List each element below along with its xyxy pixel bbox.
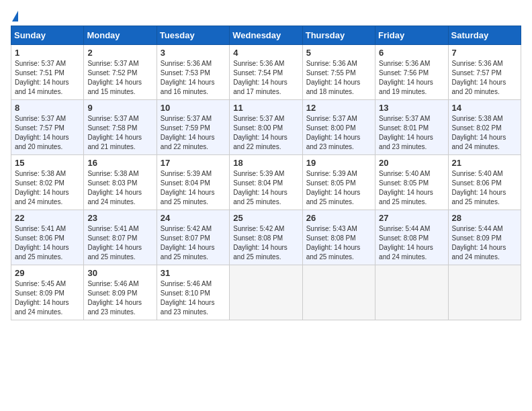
- calendar-header-row: SundayMondayTuesdayWednesdayThursdayFrid…: [11, 26, 521, 45]
- day-info: Sunrise: 5:40 AM Sunset: 8:05 PM Dayligh…: [379, 169, 444, 207]
- calendar-week-row: 1 Sunrise: 5:37 AM Sunset: 7:51 PM Dayli…: [11, 45, 521, 100]
- calendar-cell: 23 Sunrise: 5:41 AM Sunset: 8:07 PM Dayl…: [84, 210, 157, 265]
- daylight-label: Daylight: 14 hours and 22 minutes.: [161, 134, 215, 150]
- daylight-label: Daylight: 14 hours and 25 minutes.: [379, 189, 433, 205]
- sunset-label: Sunset: 7:57 PM: [452, 69, 502, 77]
- calendar-header-sunday: Sunday: [11, 26, 84, 45]
- daylight-label: Daylight: 14 hours and 24 minutes.: [15, 299, 69, 316]
- sunrise-label: Sunrise: 5:39 AM: [161, 170, 212, 177]
- sunset-label: Sunset: 7:53 PM: [161, 69, 210, 77]
- daylight-label: Daylight: 14 hours and 25 minutes.: [452, 189, 506, 205]
- day-number: 9: [87, 103, 152, 113]
- sunset-label: Sunset: 8:06 PM: [452, 179, 502, 187]
- day-number: 21: [452, 158, 517, 168]
- day-info: Sunrise: 5:38 AM Sunset: 8:03 PM Dayligh…: [87, 169, 152, 207]
- calendar-header-tuesday: Tuesday: [157, 26, 229, 45]
- sunrise-label: Sunrise: 5:37 AM: [15, 60, 66, 67]
- calendar-cell: 26 Sunrise: 5:43 AM Sunset: 8:08 PM Dayl…: [302, 210, 375, 265]
- daylight-label: Daylight: 14 hours and 24 minutes.: [87, 189, 142, 205]
- calendar-table: SundayMondayTuesdayWednesdayThursdayFrid…: [11, 26, 521, 320]
- day-info: Sunrise: 5:46 AM Sunset: 8:10 PM Dayligh…: [161, 279, 226, 317]
- day-info: Sunrise: 5:37 AM Sunset: 8:00 PM Dayligh…: [306, 114, 371, 152]
- daylight-label: Daylight: 14 hours and 16 minutes.: [161, 79, 215, 95]
- day-number: 2: [87, 48, 152, 58]
- day-info: Sunrise: 5:37 AM Sunset: 7:59 PM Dayligh…: [161, 114, 226, 152]
- calendar-cell: 22 Sunrise: 5:41 AM Sunset: 8:06 PM Dayl…: [11, 210, 84, 265]
- day-info: Sunrise: 5:36 AM Sunset: 7:54 PM Dayligh…: [233, 59, 298, 97]
- sunset-label: Sunset: 8:02 PM: [15, 179, 64, 187]
- day-number: 7: [452, 48, 517, 58]
- daylight-label: Daylight: 14 hours and 17 minutes.: [233, 79, 287, 95]
- sunrise-label: Sunrise: 5:37 AM: [379, 115, 430, 122]
- daylight-label: Daylight: 14 hours and 25 minutes.: [161, 244, 215, 261]
- calendar-cell: 1 Sunrise: 5:37 AM Sunset: 7:51 PM Dayli…: [11, 45, 84, 100]
- day-info: Sunrise: 5:42 AM Sunset: 8:08 PM Dayligh…: [233, 224, 298, 262]
- calendar-cell: 14 Sunrise: 5:38 AM Sunset: 8:02 PM Dayl…: [448, 100, 521, 155]
- calendar-cell: 16 Sunrise: 5:38 AM Sunset: 8:03 PM Dayl…: [84, 155, 157, 210]
- sunrise-label: Sunrise: 5:38 AM: [87, 170, 138, 177]
- day-info: Sunrise: 5:42 AM Sunset: 8:07 PM Dayligh…: [161, 224, 226, 262]
- calendar-cell: 20 Sunrise: 5:40 AM Sunset: 8:05 PM Dayl…: [375, 155, 448, 210]
- day-number: 22: [15, 213, 80, 223]
- day-number: 5: [306, 48, 371, 58]
- sunrise-label: Sunrise: 5:42 AM: [161, 225, 212, 232]
- sunset-label: Sunset: 8:00 PM: [306, 124, 356, 132]
- calendar-cell: 21 Sunrise: 5:40 AM Sunset: 8:06 PM Dayl…: [448, 155, 521, 210]
- day-info: Sunrise: 5:41 AM Sunset: 8:06 PM Dayligh…: [15, 224, 80, 262]
- calendar-cell: 3 Sunrise: 5:36 AM Sunset: 7:53 PM Dayli…: [157, 45, 229, 100]
- sunrise-label: Sunrise: 5:39 AM: [306, 170, 357, 177]
- calendar-header-monday: Monday: [84, 26, 157, 45]
- calendar-header-saturday: Saturday: [448, 26, 521, 45]
- day-number: 6: [379, 48, 444, 58]
- day-number: 30: [87, 268, 152, 278]
- sunset-label: Sunset: 8:01 PM: [379, 124, 429, 132]
- day-info: Sunrise: 5:36 AM Sunset: 7:56 PM Dayligh…: [379, 59, 444, 97]
- sunset-label: Sunset: 8:09 PM: [15, 289, 64, 297]
- sunrise-label: Sunrise: 5:37 AM: [306, 115, 357, 122]
- logo-triangle-icon: [12, 11, 18, 21]
- calendar-cell: [375, 265, 448, 320]
- daylight-label: Daylight: 14 hours and 23 minutes.: [87, 299, 142, 316]
- sunrise-label: Sunrise: 5:37 AM: [233, 115, 284, 122]
- calendar-header-thursday: Thursday: [302, 26, 375, 45]
- sunset-label: Sunset: 7:55 PM: [306, 69, 356, 77]
- daylight-label: Daylight: 14 hours and 15 minutes.: [87, 79, 142, 95]
- sunset-label: Sunset: 8:00 PM: [233, 124, 283, 132]
- calendar-cell: 11 Sunrise: 5:37 AM Sunset: 8:00 PM Dayl…: [230, 100, 302, 155]
- sunset-label: Sunset: 8:02 PM: [452, 124, 502, 132]
- sunset-label: Sunset: 7:58 PM: [87, 124, 137, 132]
- sunset-label: Sunset: 8:10 PM: [161, 289, 210, 297]
- sunrise-label: Sunrise: 5:37 AM: [161, 115, 212, 122]
- day-info: Sunrise: 5:41 AM Sunset: 8:07 PM Dayligh…: [87, 224, 152, 262]
- sunset-label: Sunset: 7:54 PM: [233, 69, 283, 77]
- sunset-label: Sunset: 8:04 PM: [161, 179, 210, 187]
- day-number: 13: [379, 103, 444, 113]
- sunset-label: Sunset: 8:07 PM: [87, 234, 137, 242]
- calendar-header-wednesday: Wednesday: [230, 26, 302, 45]
- page-container: SundayMondayTuesdayWednesdayThursdayFrid…: [11, 11, 521, 320]
- calendar-cell: 19 Sunrise: 5:39 AM Sunset: 8:05 PM Dayl…: [302, 155, 375, 210]
- daylight-label: Daylight: 14 hours and 25 minutes.: [306, 189, 361, 205]
- sunset-label: Sunset: 8:08 PM: [306, 234, 356, 242]
- calendar-cell: 27 Sunrise: 5:44 AM Sunset: 8:08 PM Dayl…: [375, 210, 448, 265]
- logo: [11, 11, 18, 20]
- sunrise-label: Sunrise: 5:37 AM: [87, 115, 138, 122]
- calendar-cell: 15 Sunrise: 5:38 AM Sunset: 8:02 PM Dayl…: [11, 155, 84, 210]
- day-info: Sunrise: 5:37 AM Sunset: 7:51 PM Dayligh…: [15, 59, 80, 97]
- day-info: Sunrise: 5:39 AM Sunset: 8:05 PM Dayligh…: [306, 169, 371, 207]
- day-number: 24: [161, 213, 226, 223]
- sunrise-label: Sunrise: 5:44 AM: [379, 225, 430, 232]
- calendar-cell: 9 Sunrise: 5:37 AM Sunset: 7:58 PM Dayli…: [84, 100, 157, 155]
- calendar-cell: 6 Sunrise: 5:36 AM Sunset: 7:56 PM Dayli…: [375, 45, 448, 100]
- daylight-label: Daylight: 14 hours and 20 minutes.: [452, 79, 506, 95]
- day-number: 15: [15, 158, 80, 168]
- day-info: Sunrise: 5:37 AM Sunset: 8:01 PM Dayligh…: [379, 114, 444, 152]
- daylight-label: Daylight: 14 hours and 23 minutes.: [306, 134, 361, 150]
- sunrise-label: Sunrise: 5:38 AM: [452, 115, 503, 122]
- sunrise-label: Sunrise: 5:41 AM: [15, 225, 66, 232]
- calendar-cell: 4 Sunrise: 5:36 AM Sunset: 7:54 PM Dayli…: [230, 45, 302, 100]
- daylight-label: Daylight: 14 hours and 22 minutes.: [233, 134, 287, 150]
- daylight-label: Daylight: 14 hours and 24 minutes.: [379, 244, 433, 261]
- calendar-cell: 29 Sunrise: 5:45 AM Sunset: 8:09 PM Dayl…: [11, 265, 84, 320]
- sunset-label: Sunset: 7:52 PM: [87, 69, 137, 77]
